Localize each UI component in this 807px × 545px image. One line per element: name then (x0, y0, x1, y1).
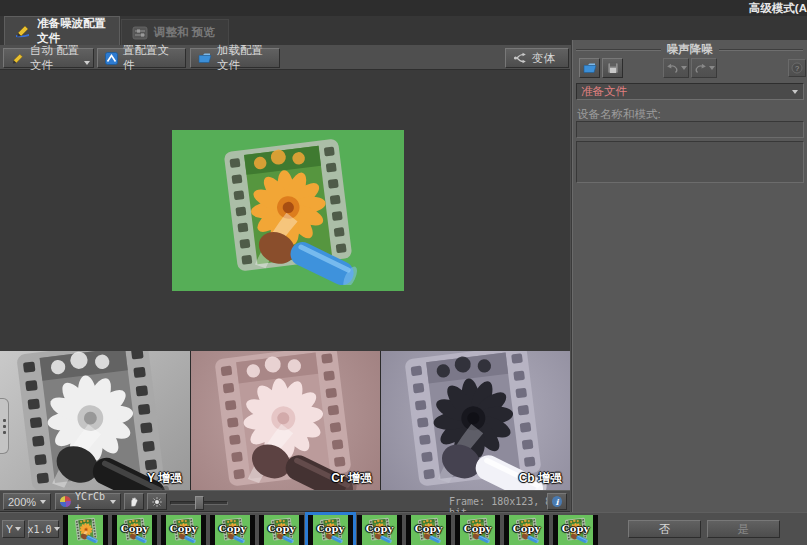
thumbnail-image: Copy (313, 515, 348, 545)
no-button[interactable]: 否 (628, 520, 701, 538)
group-title-text: 噪声降噪 (667, 42, 713, 57)
zoom-value: 200% (8, 496, 36, 508)
thumbnail-image: Copy (411, 515, 446, 545)
channel-preview-pane[interactable]: Cr 增强 (191, 351, 380, 490)
thumbnail-logo (73, 517, 99, 543)
frame-thumbnail[interactable] (63, 515, 108, 545)
brightness-icon (152, 496, 162, 508)
channel-preview-pane[interactable]: Cb 增强 (381, 351, 570, 490)
button-label: 加载配置文件 (217, 43, 272, 73)
device-name-label: 设备名称和模式: (577, 107, 661, 122)
chevron-down-icon (681, 66, 687, 70)
preview-image[interactable] (172, 130, 404, 291)
frame-thumbnail[interactable]: Copy (357, 515, 402, 545)
neat-video-logo-image (213, 135, 363, 285)
chevron-down-icon (84, 61, 90, 65)
frame-thumbnail[interactable]: Copy (455, 515, 500, 545)
button-label: 置配置文件 (123, 43, 178, 73)
gamma-dropdown[interactable]: Y (2, 520, 25, 538)
button-label: 否 (659, 522, 671, 537)
chevron-down-icon (709, 66, 715, 70)
load-profile-button[interactable]: 加载配置文件 (190, 48, 280, 68)
copy-label: Copy (460, 523, 495, 534)
gamma-value: Y (6, 523, 13, 535)
redo-button[interactable] (691, 58, 717, 78)
chevron-down-icon (110, 500, 116, 504)
copy-label: Copy (166, 523, 201, 534)
stage-value: 准备文件 (577, 84, 792, 99)
folder-icon (198, 52, 212, 64)
variant-button[interactable]: 变体 (505, 48, 569, 68)
save-icon (607, 62, 619, 74)
frame-filmstrip: Copy Copy Copy Copy (63, 515, 598, 545)
save-profile-button[interactable] (602, 58, 623, 78)
panel-collapse-handle[interactable] (0, 398, 9, 454)
device-name-input[interactable] (576, 121, 804, 138)
frame-thumbnail[interactable]: Copy (553, 515, 598, 545)
profile-notes-area[interactable] (576, 141, 804, 183)
noise-reduction-panel: 噪声降噪 (571, 40, 807, 512)
thumbnail-image: Copy (166, 515, 201, 545)
copy-label: Copy (215, 523, 250, 534)
frame-info-button[interactable]: i (547, 493, 567, 510)
tab-label: 准备噪波配置文件 (37, 16, 109, 46)
channel-label: Cb 增强 (519, 470, 562, 487)
color-mode-dropdown[interactable]: YCrCb + (55, 493, 121, 510)
frame-thumbnail[interactable]: Copy (406, 515, 451, 545)
match-profile-button[interactable]: 置配置文件 (97, 48, 186, 68)
scale-dropdown[interactable]: x1.0 (28, 520, 59, 538)
frame-thumbnail[interactable]: Copy (259, 515, 304, 545)
chevron-down-icon (792, 90, 798, 94)
channel-previews: Y 增强 Cr 增强 Cb 增强 (0, 351, 570, 490)
menu-bar: 高级模式(A (0, 0, 807, 16)
sliders-icon (132, 26, 148, 40)
undo-button[interactable] (663, 58, 689, 78)
handle-dot (3, 419, 6, 422)
profile-toolbar: 自动 配置文件 置配置文件 加载配置文件 变 (0, 45, 570, 70)
button-label: 变体 (532, 51, 555, 66)
hand-tool-button[interactable] (124, 493, 144, 510)
copy-label: Copy (411, 523, 446, 534)
yes-button[interactable]: 是 (707, 520, 780, 538)
undo-icon (666, 63, 679, 74)
brightness-slider[interactable] (170, 501, 228, 505)
frame-thumbnail[interactable]: Copy (161, 515, 206, 545)
frame-viewer[interactable] (0, 70, 570, 351)
frame-thumbnail[interactable]: Copy (504, 515, 549, 545)
frame-thumbnail[interactable]: Copy (112, 515, 157, 545)
hand-icon (129, 496, 139, 508)
mode-label[interactable]: 高级模式(A (749, 1, 807, 16)
brightness-button[interactable] (147, 493, 167, 510)
copy-label: Copy (509, 523, 544, 534)
button-label: 是 (738, 522, 750, 537)
scale-value: x1.0 (27, 524, 51, 535)
open-profile-button[interactable] (579, 58, 600, 78)
frame-thumbnail[interactable]: Copy (210, 515, 255, 545)
handle-dot (3, 431, 6, 434)
info-icon: i (552, 496, 562, 507)
auto-profile-button[interactable]: 自动 配置文件 (3, 48, 94, 68)
color-mode-value: YCrCb + (75, 491, 106, 513)
copy-label: Copy (313, 523, 348, 534)
tab-prepare-noise-profile[interactable]: 准备噪波配置文件 (4, 16, 120, 45)
slider-handle[interactable] (195, 496, 204, 510)
thumbnail-image: Copy (460, 515, 495, 545)
thumbnail-image (68, 515, 103, 545)
profile-stage-dropdown[interactable]: 准备文件 (576, 83, 804, 100)
copy-label: Copy (264, 523, 299, 534)
channel-preview-pane[interactable]: Y 增强 (0, 351, 190, 490)
handle-dot (3, 425, 6, 428)
status-bar: 200% YCrCb + (0, 490, 570, 512)
branch-arrows-icon (513, 52, 527, 64)
thumbnail-image: Copy (117, 515, 152, 545)
thumbnail-image: Copy (264, 515, 299, 545)
pen-icon (15, 24, 31, 38)
svg-text:?: ? (795, 64, 799, 73)
bottom-bar: Y x1.0 Copy (0, 512, 807, 545)
tab-adjust-preview[interactable]: 调整和 预览 (121, 19, 229, 45)
frame-thumbnail[interactable]: Copy (308, 515, 353, 545)
help-icon: ? (791, 62, 803, 74)
help-button[interactable]: ? (788, 59, 806, 77)
copy-label: Copy (117, 523, 152, 534)
zoom-level-dropdown[interactable]: 200% (3, 493, 51, 510)
